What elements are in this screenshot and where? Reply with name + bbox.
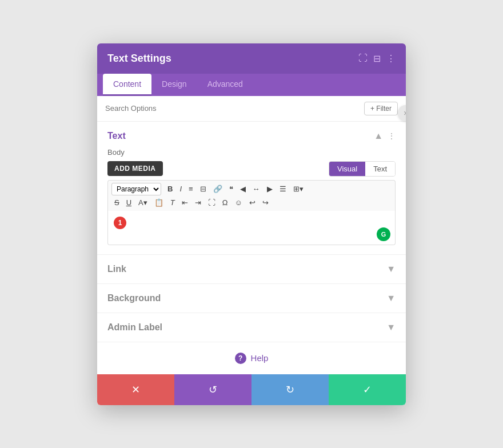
link-section-title: Link bbox=[107, 264, 126, 274]
editor-toolbar-top: ADD MEDIA Visual Text bbox=[107, 161, 396, 177]
admin-label-section[interactable]: Admin Label ▼ bbox=[97, 313, 406, 342]
text-section-title: Text bbox=[107, 131, 126, 141]
italic-button[interactable]: I bbox=[177, 183, 185, 195]
indent-out-button[interactable]: ⇤ bbox=[179, 197, 191, 209]
align-right-button[interactable]: ▶ bbox=[264, 183, 276, 195]
special-char-button[interactable]: Ω bbox=[219, 197, 231, 209]
collapse-icon[interactable]: ▲ bbox=[374, 131, 383, 141]
search-bar: + Filter bbox=[97, 96, 406, 122]
blockquote-button[interactable]: ❝ bbox=[226, 183, 236, 195]
modal-header-icons: ⛶ ⊟ ⋮ bbox=[358, 53, 396, 64]
strikethrough-button[interactable]: S bbox=[111, 197, 122, 209]
tab-design[interactable]: Design bbox=[151, 74, 197, 96]
text-section-icons: ▲ ⋮ bbox=[374, 131, 396, 141]
fullscreen-button[interactable]: ⛶ bbox=[205, 197, 218, 209]
help-label[interactable]: Help bbox=[251, 353, 269, 363]
emoji-button[interactable]: ☺ bbox=[231, 197, 245, 209]
link-section[interactable]: Link ▼ bbox=[97, 255, 406, 284]
text-section-header[interactable]: Text ▲ ⋮ bbox=[107, 131, 396, 141]
columns-icon[interactable]: ⊟ bbox=[373, 53, 381, 64]
redo-toolbar-button[interactable]: ↪ bbox=[260, 197, 272, 209]
editor-area[interactable]: 1 G bbox=[107, 211, 396, 245]
filter-button[interactable]: + Filter bbox=[364, 102, 398, 115]
toolbar-row-1: Paragraph B I ≡ ⊟ 🔗 ❝ ◀ ↔ ▶ ☰ ⊞▾ bbox=[111, 183, 392, 195]
help-icon: ? bbox=[235, 353, 246, 364]
editor-toolbar: Paragraph B I ≡ ⊟ 🔗 ❝ ◀ ↔ ▶ ☰ ⊞▾ bbox=[107, 180, 396, 211]
resize-icon[interactable]: ⛶ bbox=[358, 53, 368, 63]
modal-footer: ✕ ↺ ↻ ✓ bbox=[97, 374, 406, 405]
admin-label-chevron-icon: ▼ bbox=[386, 322, 396, 333]
more-section-icon[interactable]: ⋮ bbox=[388, 131, 396, 141]
bold-button[interactable]: B bbox=[165, 183, 175, 195]
text-color-button[interactable]: A▾ bbox=[135, 197, 150, 209]
link-button[interactable]: 🔗 bbox=[210, 183, 225, 195]
undo-button[interactable]: ↺ bbox=[174, 374, 251, 405]
body-label: Body bbox=[107, 148, 396, 157]
paste-button[interactable]: 📋 bbox=[151, 197, 166, 209]
admin-label-title: Admin Label bbox=[107, 322, 162, 333]
table-button[interactable]: ⊞▾ bbox=[290, 183, 306, 195]
grammarly-icon: G bbox=[377, 227, 390, 241]
modal-title: Text Settings bbox=[107, 53, 171, 65]
tab-advanced[interactable]: Advanced bbox=[197, 74, 253, 96]
background-chevron-icon: ▼ bbox=[386, 293, 396, 303]
align-left-button[interactable]: ◀ bbox=[237, 183, 249, 195]
bullet-list-button[interactable]: ≡ bbox=[186, 183, 196, 195]
more-options-icon[interactable]: ⋮ bbox=[386, 53, 396, 64]
step-badge: 1 bbox=[114, 217, 126, 229]
visual-tab[interactable]: Visual bbox=[329, 162, 365, 176]
background-section-title: Background bbox=[107, 293, 161, 303]
underline-button[interactable]: U bbox=[123, 197, 134, 209]
text-settings-modal: Text Settings ⛶ ⊟ ⋮ Content Design Advan… bbox=[97, 43, 406, 405]
undo-toolbar-button[interactable]: ↩ bbox=[246, 197, 258, 209]
justify-button[interactable]: ☰ bbox=[277, 183, 289, 195]
text-section: Text ▲ ⋮ Body ADD MEDIA Visual Text bbox=[97, 122, 406, 255]
modal-body: Text ▲ ⋮ Body ADD MEDIA Visual Text bbox=[97, 122, 406, 374]
modal-header: Text Settings ⛶ ⊟ ⋮ bbox=[97, 43, 406, 74]
visual-text-toggle: Visual Text bbox=[329, 161, 396, 177]
clear-format-button[interactable]: T bbox=[167, 197, 178, 209]
indent-in-button[interactable]: ⇥ bbox=[192, 197, 204, 209]
redo-button[interactable]: ↻ bbox=[251, 374, 329, 405]
confirm-button[interactable]: ✓ bbox=[329, 374, 406, 405]
body-field-wrapper: Body ADD MEDIA Visual Text Paragraph B I bbox=[107, 148, 396, 245]
search-input[interactable] bbox=[105, 104, 364, 113]
link-chevron-icon: ▼ bbox=[386, 264, 396, 274]
tabs-bar: Content Design Advanced bbox=[97, 74, 406, 96]
toolbar-row-2: S U A▾ 📋 T ⇤ ⇥ ⛶ Ω ☺ ↩ ↪ bbox=[111, 197, 392, 209]
background-section[interactable]: Background ▼ bbox=[97, 284, 406, 313]
align-center-button[interactable]: ↔ bbox=[250, 183, 263, 195]
numbered-list-button[interactable]: ⊟ bbox=[197, 183, 209, 195]
paragraph-select[interactable]: Paragraph bbox=[111, 183, 161, 195]
help-section: ? Help bbox=[97, 342, 406, 374]
cancel-button[interactable]: ✕ bbox=[97, 374, 174, 405]
add-media-button[interactable]: ADD MEDIA bbox=[107, 161, 163, 176]
tab-content[interactable]: Content bbox=[103, 74, 151, 96]
text-tab[interactable]: Text bbox=[365, 162, 395, 176]
